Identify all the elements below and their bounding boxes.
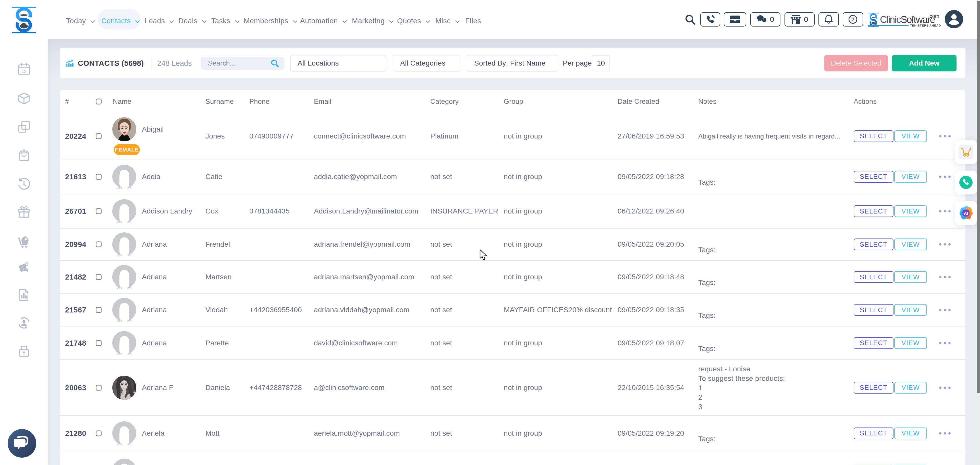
svg-text:?: ? [851,17,854,22]
svg-text:12: 12 [22,69,26,74]
svg-text:AI: AI [964,211,968,216]
